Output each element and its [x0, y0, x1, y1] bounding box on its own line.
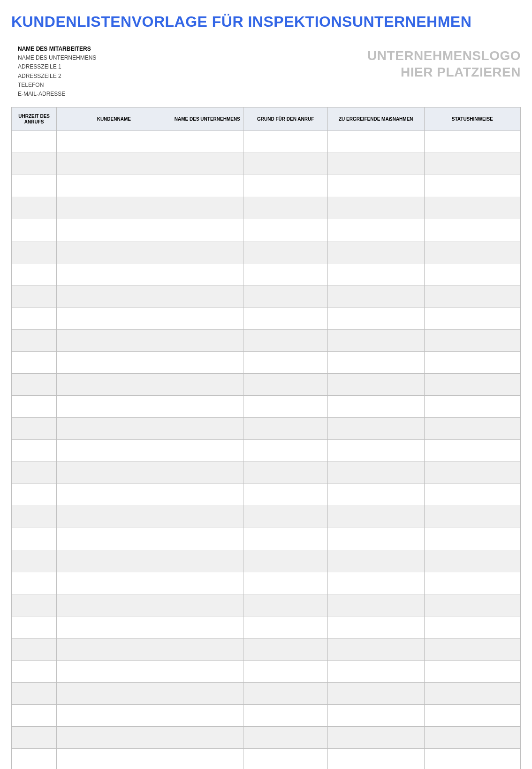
cell-customer[interactable]: [57, 705, 171, 727]
cell-customer[interactable]: [57, 308, 171, 330]
cell-customer[interactable]: [57, 683, 171, 705]
cell-status[interactable]: [424, 683, 521, 705]
cell-customer[interactable]: [57, 153, 171, 175]
cell-status[interactable]: [424, 241, 521, 263]
cell-customer[interactable]: [57, 131, 171, 153]
cell-customer[interactable]: [57, 285, 171, 308]
cell-reason[interactable]: [243, 308, 328, 330]
cell-company[interactable]: [171, 594, 243, 616]
cell-company[interactable]: [171, 506, 243, 528]
cell-status[interactable]: [424, 263, 521, 285]
cell-status[interactable]: [424, 661, 521, 683]
cell-status[interactable]: [424, 396, 521, 418]
cell-customer[interactable]: [57, 330, 171, 352]
cell-customer[interactable]: [57, 727, 171, 749]
cell-status[interactable]: [424, 705, 521, 727]
cell-action[interactable]: [328, 153, 424, 175]
cell-time[interactable]: [12, 484, 57, 506]
cell-customer[interactable]: [57, 197, 171, 219]
cell-company[interactable]: [171, 528, 243, 550]
cell-time[interactable]: [12, 352, 57, 374]
cell-customer[interactable]: [57, 638, 171, 661]
cell-company[interactable]: [171, 683, 243, 705]
cell-customer[interactable]: [57, 241, 171, 263]
cell-customer[interactable]: [57, 528, 171, 550]
cell-reason[interactable]: [243, 705, 328, 727]
cell-status[interactable]: [424, 506, 521, 528]
cell-company[interactable]: [171, 572, 243, 594]
cell-status[interactable]: [424, 462, 521, 484]
cell-customer[interactable]: [57, 462, 171, 484]
cell-time[interactable]: [12, 506, 57, 528]
cell-time[interactable]: [12, 550, 57, 572]
cell-action[interactable]: [328, 616, 424, 638]
cell-status[interactable]: [424, 572, 521, 594]
cell-time[interactable]: [12, 131, 57, 153]
cell-status[interactable]: [424, 285, 521, 308]
cell-time[interactable]: [12, 616, 57, 638]
cell-reason[interactable]: [243, 241, 328, 263]
cell-time[interactable]: [12, 241, 57, 263]
cell-action[interactable]: [328, 374, 424, 396]
cell-status[interactable]: [424, 616, 521, 638]
cell-action[interactable]: [328, 330, 424, 352]
cell-reason[interactable]: [243, 749, 328, 769]
cell-action[interactable]: [328, 594, 424, 616]
cell-company[interactable]: [171, 197, 243, 219]
cell-company[interactable]: [171, 550, 243, 572]
cell-company[interactable]: [171, 153, 243, 175]
cell-customer[interactable]: [57, 616, 171, 638]
cell-time[interactable]: [12, 528, 57, 550]
cell-time[interactable]: [12, 308, 57, 330]
cell-action[interactable]: [328, 506, 424, 528]
cell-customer[interactable]: [57, 418, 171, 440]
cell-status[interactable]: [424, 484, 521, 506]
cell-company[interactable]: [171, 396, 243, 418]
cell-time[interactable]: [12, 638, 57, 661]
cell-time[interactable]: [12, 705, 57, 727]
cell-company[interactable]: [171, 418, 243, 440]
cell-customer[interactable]: [57, 175, 171, 197]
cell-action[interactable]: [328, 727, 424, 749]
cell-reason[interactable]: [243, 638, 328, 661]
cell-status[interactable]: [424, 528, 521, 550]
cell-customer[interactable]: [57, 396, 171, 418]
cell-reason[interactable]: [243, 330, 328, 352]
cell-time[interactable]: [12, 175, 57, 197]
cell-time[interactable]: [12, 330, 57, 352]
cell-action[interactable]: [328, 396, 424, 418]
cell-reason[interactable]: [243, 197, 328, 219]
cell-company[interactable]: [171, 285, 243, 308]
cell-time[interactable]: [12, 285, 57, 308]
cell-action[interactable]: [328, 749, 424, 769]
cell-action[interactable]: [328, 352, 424, 374]
cell-status[interactable]: [424, 330, 521, 352]
cell-reason[interactable]: [243, 683, 328, 705]
cell-status[interactable]: [424, 352, 521, 374]
cell-reason[interactable]: [243, 462, 328, 484]
cell-status[interactable]: [424, 594, 521, 616]
cell-customer[interactable]: [57, 374, 171, 396]
cell-reason[interactable]: [243, 572, 328, 594]
cell-action[interactable]: [328, 308, 424, 330]
cell-company[interactable]: [171, 661, 243, 683]
cell-time[interactable]: [12, 749, 57, 769]
cell-company[interactable]: [171, 308, 243, 330]
cell-reason[interactable]: [243, 263, 328, 285]
cell-time[interactable]: [12, 374, 57, 396]
cell-customer[interactable]: [57, 219, 171, 241]
cell-status[interactable]: [424, 440, 521, 462]
cell-reason[interactable]: [243, 396, 328, 418]
cell-reason[interactable]: [243, 219, 328, 241]
cell-time[interactable]: [12, 440, 57, 462]
cell-action[interactable]: [328, 285, 424, 308]
cell-action[interactable]: [328, 175, 424, 197]
cell-action[interactable]: [328, 528, 424, 550]
cell-time[interactable]: [12, 153, 57, 175]
cell-status[interactable]: [424, 131, 521, 153]
cell-status[interactable]: [424, 550, 521, 572]
cell-status[interactable]: [424, 153, 521, 175]
cell-time[interactable]: [12, 219, 57, 241]
cell-reason[interactable]: [243, 594, 328, 616]
cell-action[interactable]: [328, 550, 424, 572]
